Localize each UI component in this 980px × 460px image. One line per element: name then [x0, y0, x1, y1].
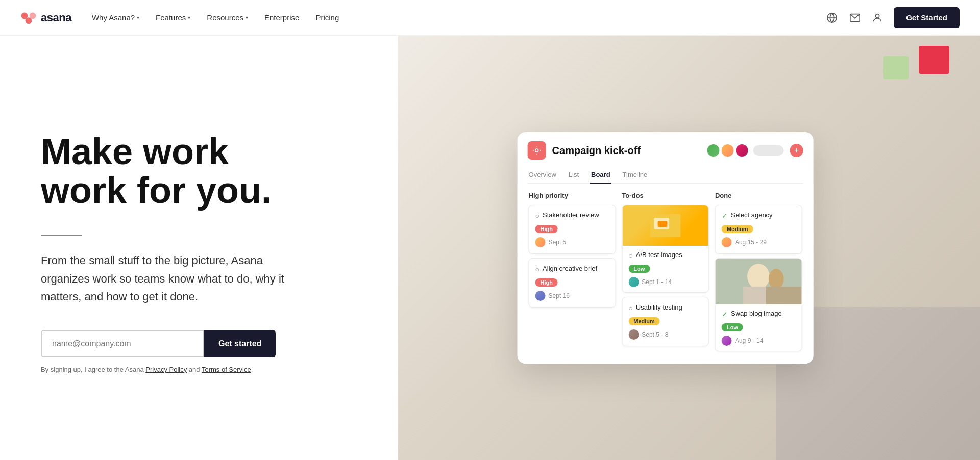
board-title-row: Campaign kick-off + [528, 141, 803, 160]
task-date: Aug 9 - 14 [735, 337, 763, 344]
hero-form: Get started [41, 330, 368, 357]
check-circle-icon: ○ [535, 212, 540, 220]
task-card-body: ✓ Swap blog image Low Aug 9 - 14 [716, 304, 802, 351]
task-avatar [535, 237, 546, 247]
avatar-1 [706, 143, 721, 158]
task-card: ○ Stakeholder review High Sept 5 [529, 205, 616, 254]
nav-item-why-asana[interactable]: Why Asana? ▾ [92, 13, 139, 22]
check-circle-filled-icon: ✓ [722, 310, 728, 318]
hero-left: Make work work for you. From the small s… [0, 36, 398, 460]
nav-links: Why Asana? ▾ Features ▾ Resources ▾ Ente… [92, 13, 825, 22]
mail-icon[interactable] [849, 12, 861, 24]
board-title: Campaign kick-off [552, 145, 641, 157]
task-meta: Sept 5 [535, 237, 609, 247]
task-date: Sept 1 - 14 [642, 278, 672, 286]
task-card-with-image: ○ A/B test images Low Sept 1 - 14 [622, 205, 709, 293]
nav-item-enterprise[interactable]: Enterprise [264, 13, 299, 22]
task-date: Sept 5 - 8 [642, 331, 668, 338]
hero-cta-button[interactable]: Get started [204, 330, 276, 357]
svg-point-2 [30, 12, 36, 19]
task-image [716, 259, 802, 304]
board-tabs: Overview List Board Timeline [528, 167, 803, 184]
tab-overview[interactable]: Overview [528, 167, 557, 184]
task-meta: Sept 1 - 14 [628, 277, 702, 287]
hero-divider [41, 235, 82, 236]
avatar-3 [735, 143, 749, 158]
priority-badge: Low [628, 265, 650, 273]
task-date: Aug 15 - 29 [735, 239, 767, 246]
task-card: ○ Usability testing Medium Sept 5 - 8 [622, 297, 709, 346]
task-avatar [535, 291, 546, 301]
task-title: Swap blog image [731, 310, 782, 317]
column-done-header: Done [715, 192, 802, 199]
svg-point-11 [747, 264, 770, 289]
tab-list[interactable]: List [568, 167, 580, 184]
avatar-2 [721, 143, 735, 158]
task-date: Sept 5 [549, 239, 567, 246]
tab-timeline[interactable]: Timeline [622, 167, 649, 184]
chevron-down-icon: ▾ [137, 15, 139, 20]
board-project-icon [528, 141, 546, 160]
task-date: Sept 16 [549, 292, 570, 299]
task-avatar [722, 237, 732, 247]
check-circle-icon: ○ [535, 265, 540, 273]
nav-item-pricing[interactable]: Pricing [315, 13, 339, 22]
check-circle-icon: ○ [628, 304, 632, 312]
priority-badge: Low [722, 323, 743, 331]
nav-get-started-button[interactable]: Get Started [894, 7, 960, 28]
nav-item-resources[interactable]: Resources ▾ [207, 13, 248, 22]
tab-board[interactable]: Board [590, 167, 611, 184]
task-card: ○ Align creative brief High Sept 16 [529, 258, 616, 308]
board-title-left: Campaign kick-off [528, 141, 641, 160]
globe-icon[interactable] [825, 11, 839, 24]
column-high-priority: High priority ○ Stakeholder review High … [526, 192, 619, 355]
svg-point-5 [875, 14, 879, 17]
svg-point-13 [769, 269, 784, 289]
add-member-button[interactable]: + [790, 144, 803, 157]
terms-of-service-link[interactable]: Terms of Service [202, 366, 251, 373]
task-image [622, 205, 708, 246]
task-title-row: ✓ Select agency [722, 211, 796, 220]
nav-item-features[interactable]: Features ▾ [156, 13, 190, 22]
svg-rect-9 [658, 221, 668, 227]
priority-badge: Medium [722, 225, 753, 233]
user-icon[interactable] [871, 12, 884, 24]
task-title: Stakeholder review [543, 211, 599, 219]
hero-right: Campaign kick-off + Overview List Board … [398, 36, 980, 460]
board-header-right: + [706, 143, 803, 158]
navigation: asana Why Asana? ▾ Features ▾ Resources … [0, 0, 980, 36]
board-card: Campaign kick-off + Overview List Board … [518, 132, 814, 364]
task-avatar [628, 329, 639, 340]
hero-headline: Make work work for you. [41, 133, 368, 210]
check-circle-icon: ○ [628, 251, 632, 260]
hero-subtext: From the small stuff to the big picture,… [41, 251, 286, 305]
task-title: Align creative brief [543, 265, 597, 272]
board-header: Campaign kick-off + Overview List Board … [518, 132, 814, 184]
logo[interactable]: asana [20, 11, 71, 24]
svg-rect-14 [766, 287, 801, 304]
task-title-row: ○ Stakeholder review [535, 211, 609, 220]
privacy-policy-link[interactable]: Privacy Policy [145, 366, 187, 373]
task-card: ✓ Select agency Medium Aug 15 - 29 [715, 205, 802, 254]
sticky-note-red [919, 46, 949, 74]
svg-point-1 [21, 12, 28, 19]
task-meta: Sept 5 - 8 [628, 329, 702, 340]
task-avatar [722, 336, 732, 346]
task-meta: Aug 15 - 29 [722, 237, 796, 247]
email-input[interactable] [41, 330, 204, 357]
priority-badge: High [535, 278, 558, 287]
task-title: Select agency [731, 211, 773, 219]
task-card-body: ○ A/B test images Low Sept 1 - 14 [622, 246, 708, 292]
logo-text: asana [41, 11, 71, 24]
task-avatar [628, 277, 639, 287]
task-title-row: ○ Align creative brief [535, 265, 609, 273]
task-title-row: ✓ Swap blog image [722, 310, 796, 318]
svg-point-6 [535, 149, 538, 152]
priority-badge: High [535, 225, 558, 233]
search-bar-mini [753, 145, 784, 156]
nav-right: Get Started [825, 7, 960, 28]
task-meta: Sept 16 [535, 291, 609, 301]
column-high-priority-header: High priority [529, 192, 616, 199]
check-circle-filled-icon: ✓ [722, 212, 728, 220]
priority-badge: Medium [628, 317, 660, 325]
